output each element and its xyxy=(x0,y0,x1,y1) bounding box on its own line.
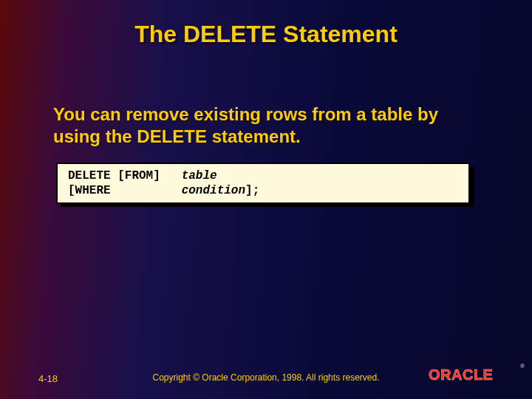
oracle-logo: ORACLE xyxy=(429,365,517,386)
code-block: DELETE [FROM] table [WHERE condition]; xyxy=(56,163,470,204)
code-box: DELETE [FROM] table [WHERE condition]; xyxy=(56,163,470,204)
slide: The DELETE Statement You can remove exis… xyxy=(0,0,532,399)
code-kw-where: [WHERE xyxy=(68,184,182,197)
slide-description: You can remove existing rows from a tabl… xyxy=(53,103,473,148)
slide-title: The DELETE Statement xyxy=(0,21,532,48)
code-term: ]; xyxy=(245,184,259,197)
code-ident-table: table xyxy=(182,169,217,183)
oracle-logo-text: ORACLE xyxy=(429,366,493,383)
registered-mark: ® xyxy=(520,363,525,369)
code-ident-condition: condition xyxy=(182,184,245,197)
footer: 4-18 Copyright © Oracle Corporation, 199… xyxy=(0,362,532,384)
code-kw-delete: DELETE [FROM] xyxy=(68,169,182,183)
